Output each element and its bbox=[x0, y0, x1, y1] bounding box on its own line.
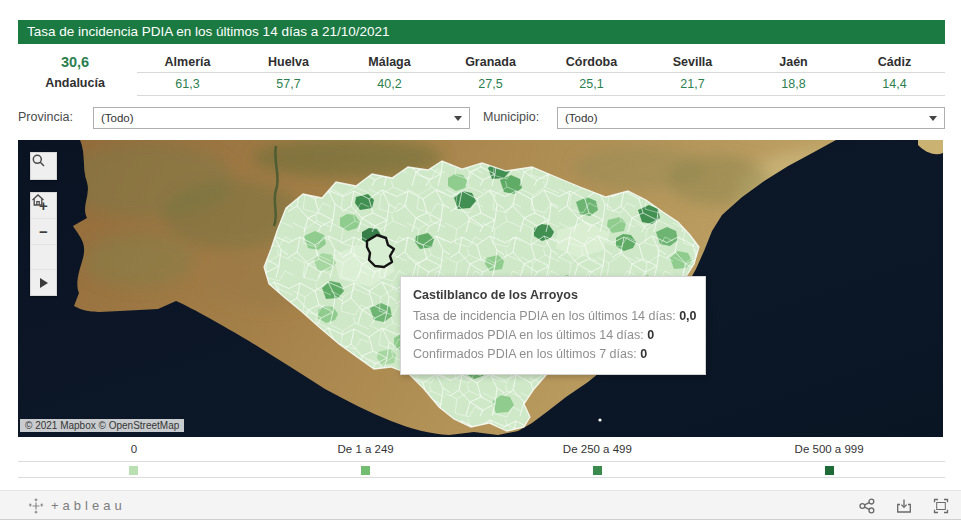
share-icon bbox=[858, 497, 876, 515]
tooltip-row: Confirmados PDIA en los últimos 14 días:… bbox=[413, 326, 693, 345]
province-table: Almería 61,3 Huelva 57,7 Málaga 40,2 Gra… bbox=[137, 53, 945, 96]
province-column: Almería 61,3 bbox=[137, 53, 238, 96]
province-value[interactable]: 40,2 bbox=[339, 73, 440, 96]
tooltip-row: Confirmados PDIA en los últimos 7 días: … bbox=[413, 345, 693, 364]
color-legend: 0 De 1 a 249 De 250 a 499 De 500 a 999 bbox=[18, 440, 945, 480]
tooltip-title: Castilblanco de los Arroyos bbox=[413, 286, 693, 305]
legend-item[interactable]: 0 bbox=[18, 440, 250, 475]
legend-swatch[interactable] bbox=[361, 466, 370, 475]
province-column: Granada 27,5 bbox=[440, 53, 541, 96]
tableau-logo[interactable]: +ableau bbox=[28, 491, 126, 520]
province-name: Huelva bbox=[238, 53, 339, 73]
home-button[interactable] bbox=[31, 244, 56, 270]
province-value[interactable]: 18,8 bbox=[743, 73, 844, 96]
province-name: Jaén bbox=[743, 53, 844, 73]
legend-swatch[interactable] bbox=[593, 466, 602, 475]
province-name: Málaga bbox=[339, 53, 440, 73]
download-icon bbox=[895, 497, 913, 515]
legend-divider bbox=[18, 477, 945, 478]
province-name: Cádiz bbox=[844, 53, 945, 73]
province-column: Córdoba 25,1 bbox=[541, 53, 642, 96]
province-name: Sevilla bbox=[642, 53, 743, 73]
fullscreen-button[interactable] bbox=[931, 496, 951, 516]
region-summary: 30,6 Andalucía bbox=[18, 53, 132, 95]
province-column: Málaga 40,2 bbox=[339, 53, 440, 96]
legend-item[interactable]: De 250 a 499 bbox=[482, 440, 714, 475]
province-name: Granada bbox=[440, 53, 541, 73]
map-attribution[interactable]: © 2021 Mapbox © OpenStreetMap bbox=[20, 419, 184, 432]
province-column: Huelva 57,7 bbox=[238, 53, 339, 96]
province-value[interactable]: 21,7 bbox=[642, 73, 743, 96]
province-name: Almería bbox=[137, 53, 238, 73]
arrow-right-icon bbox=[40, 278, 48, 288]
province-column: Sevilla 21,7 bbox=[642, 53, 743, 96]
province-value[interactable]: 57,7 bbox=[238, 73, 339, 96]
choropleth-map[interactable]: + − Castilblanco de los Arroyos Tasa de … bbox=[18, 140, 943, 437]
region-summary-label: Andalucía bbox=[18, 72, 132, 95]
map-zoom-controls: + − bbox=[30, 192, 57, 296]
chevron-down-icon bbox=[929, 116, 937, 121]
map-toolbar-expand-button[interactable] bbox=[31, 269, 56, 295]
region-summary-value: 30,6 bbox=[18, 53, 132, 72]
tooltip-row: Tasa de incidencia PDIA en los últimos 1… bbox=[413, 307, 693, 326]
legend-item[interactable]: De 500 a 999 bbox=[713, 440, 945, 475]
search-icon bbox=[31, 153, 46, 168]
page-title: Tasa de incidencia PDIA en los últimos 1… bbox=[18, 20, 945, 44]
municipio-filter-label: Municipio: bbox=[483, 110, 539, 124]
chevron-down-icon bbox=[454, 116, 462, 121]
share-button[interactable] bbox=[857, 496, 877, 516]
tableau-wordmark: +ableau bbox=[51, 498, 126, 513]
province-value[interactable]: 25,1 bbox=[541, 73, 642, 96]
legend-swatch[interactable] bbox=[129, 466, 138, 475]
municipio-dropdown[interactable]: (Todo) bbox=[557, 107, 945, 129]
provincia-dropdown-value: (Todo) bbox=[101, 112, 134, 124]
tableau-mark-icon bbox=[28, 498, 44, 514]
map-location-dot bbox=[598, 418, 601, 421]
legend-item[interactable]: De 1 a 249 bbox=[250, 440, 482, 475]
provincia-dropdown[interactable]: (Todo) bbox=[93, 107, 470, 129]
province-name: Córdoba bbox=[541, 53, 642, 73]
dashboard: Tasa de incidencia PDIA en los últimos 1… bbox=[0, 0, 961, 521]
fullscreen-icon bbox=[932, 497, 950, 515]
legend-swatch[interactable] bbox=[825, 466, 834, 475]
map-search-button[interactable] bbox=[30, 152, 57, 180]
province-column: Jaén 18,8 bbox=[743, 53, 844, 96]
home-icon bbox=[31, 193, 45, 207]
download-button[interactable] bbox=[894, 496, 914, 516]
municipio-dropdown-value: (Todo) bbox=[565, 112, 598, 124]
province-column: Cádiz 14,4 bbox=[844, 53, 945, 96]
province-value[interactable]: 61,3 bbox=[137, 73, 238, 96]
tableau-toolbar: +ableau bbox=[0, 490, 961, 520]
province-value[interactable]: 27,5 bbox=[440, 73, 541, 96]
province-value[interactable]: 14,4 bbox=[844, 73, 945, 96]
filter-row: Provincia: (Todo) Municipio: (Todo) bbox=[18, 106, 945, 130]
provincia-filter-label: Provincia: bbox=[18, 110, 73, 124]
window-bottom-edge bbox=[0, 519, 961, 520]
zoom-out-button[interactable]: − bbox=[31, 218, 56, 244]
map-tooltip: Castilblanco de los Arroyos Tasa de inci… bbox=[400, 276, 706, 375]
